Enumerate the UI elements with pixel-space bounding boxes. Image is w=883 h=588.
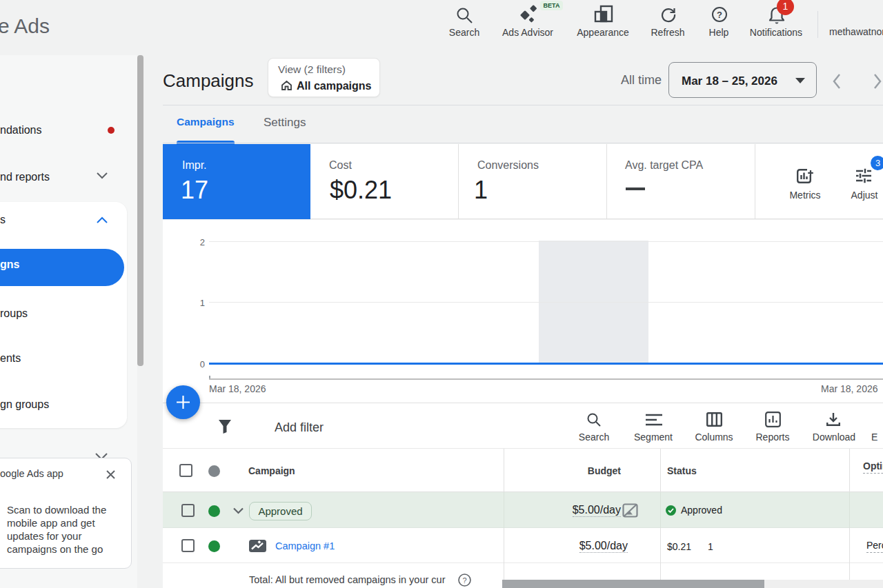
svg-text:?: ? [717, 10, 722, 20]
svg-text:?: ? [462, 576, 466, 585]
